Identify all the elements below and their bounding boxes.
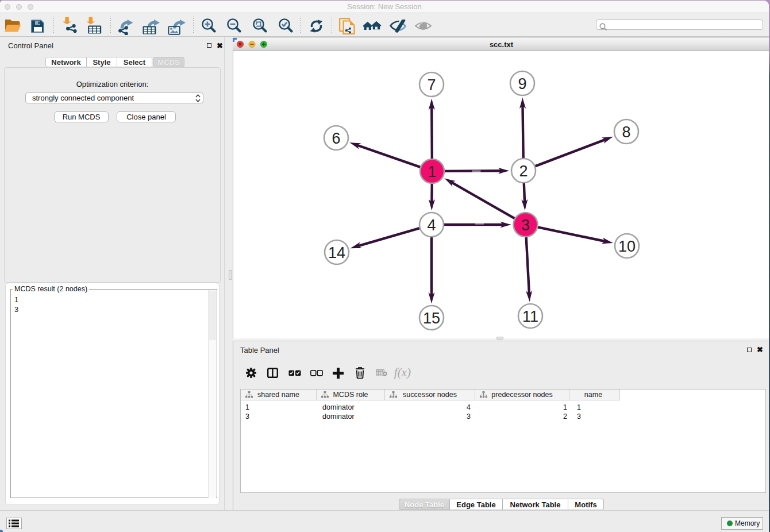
svg-text:10: 10 xyxy=(618,238,636,255)
svg-text:3: 3 xyxy=(521,217,530,234)
svg-text:15: 15 xyxy=(423,310,440,327)
svg-text:11: 11 xyxy=(522,308,538,325)
svg-text:2: 2 xyxy=(519,163,528,180)
svg-text:4: 4 xyxy=(427,217,436,234)
svg-text:6: 6 xyxy=(332,130,340,147)
svg-text:8: 8 xyxy=(622,124,630,141)
svg-text:9: 9 xyxy=(518,75,526,92)
svg-text:7: 7 xyxy=(427,76,436,94)
svg-text:1: 1 xyxy=(428,163,436,180)
svg-text:14: 14 xyxy=(328,244,345,261)
